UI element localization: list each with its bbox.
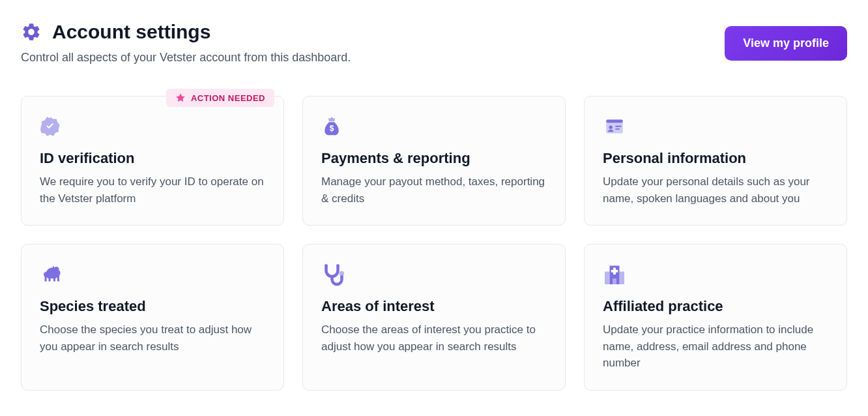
- card-payments-reporting[interactable]: $ Payments & reporting Manage your payou…: [302, 96, 566, 226]
- svg-point-7: [325, 264, 328, 267]
- svg-rect-14: [613, 278, 616, 284]
- svg-point-3: [609, 125, 612, 128]
- card-personal-information[interactable]: Personal information Update your persona…: [584, 96, 847, 226]
- svg-point-8: [336, 264, 340, 267]
- card-desc: Manage your payout method, taxes, report…: [321, 173, 547, 207]
- svg-rect-13: [611, 270, 618, 273]
- card-areas-of-interest[interactable]: Areas of interest Choose the areas of in…: [302, 244, 566, 391]
- horse-icon: [40, 263, 63, 286]
- stethoscope-icon: [321, 263, 345, 286]
- page-title: Account settings: [52, 21, 210, 43]
- card-species-treated[interactable]: Species treated Choose the species you t…: [21, 244, 284, 391]
- hospital-icon: [603, 263, 626, 286]
- settings-cards-grid: ACTION NEEDED ID verification We require…: [21, 96, 847, 391]
- title-row: Account settings: [21, 21, 351, 43]
- card-title: Areas of interest: [321, 298, 547, 315]
- star-icon: [175, 93, 186, 103]
- action-needed-badge: ACTION NEEDED: [166, 89, 274, 107]
- card-desc: Update your practice information to incl…: [603, 321, 828, 372]
- header-left: Account settings Control all aspects of …: [21, 21, 351, 65]
- card-id-verification[interactable]: ACTION NEEDED ID verification We require…: [21, 96, 284, 226]
- card-title: ID verification: [40, 150, 265, 167]
- id-card-icon: [603, 115, 626, 138]
- svg-point-6: [340, 271, 345, 276]
- money-bag-icon: $: [321, 115, 345, 138]
- view-profile-button[interactable]: View my profile: [725, 26, 847, 61]
- card-title: Species treated: [40, 298, 265, 315]
- card-desc: Choose the species you treat to adjust h…: [40, 321, 265, 355]
- verified-badge-icon: [40, 115, 63, 138]
- svg-rect-9: [605, 272, 610, 285]
- card-desc: Update your personal details such as you…: [603, 173, 828, 207]
- card-title: Personal information: [603, 150, 828, 167]
- page-subtitle: Control all aspects of your Vetster acco…: [21, 51, 351, 65]
- page-header: Account settings Control all aspects of …: [21, 21, 847, 65]
- svg-text:$: $: [330, 124, 334, 133]
- gear-icon: [21, 22, 42, 42]
- card-desc: We require you to verify your ID to oper…: [40, 173, 265, 207]
- card-title: Affiliated practice: [603, 298, 828, 315]
- svg-rect-10: [620, 272, 625, 285]
- svg-rect-4: [615, 126, 621, 127]
- svg-rect-2: [606, 120, 623, 123]
- card-desc: Choose the areas of interest you practic…: [321, 321, 547, 355]
- card-title: Payments & reporting: [321, 150, 547, 167]
- svg-rect-5: [615, 128, 620, 130]
- card-affiliated-practice[interactable]: Affiliated practice Update your practice…: [584, 244, 847, 391]
- badge-label: ACTION NEEDED: [191, 93, 265, 103]
